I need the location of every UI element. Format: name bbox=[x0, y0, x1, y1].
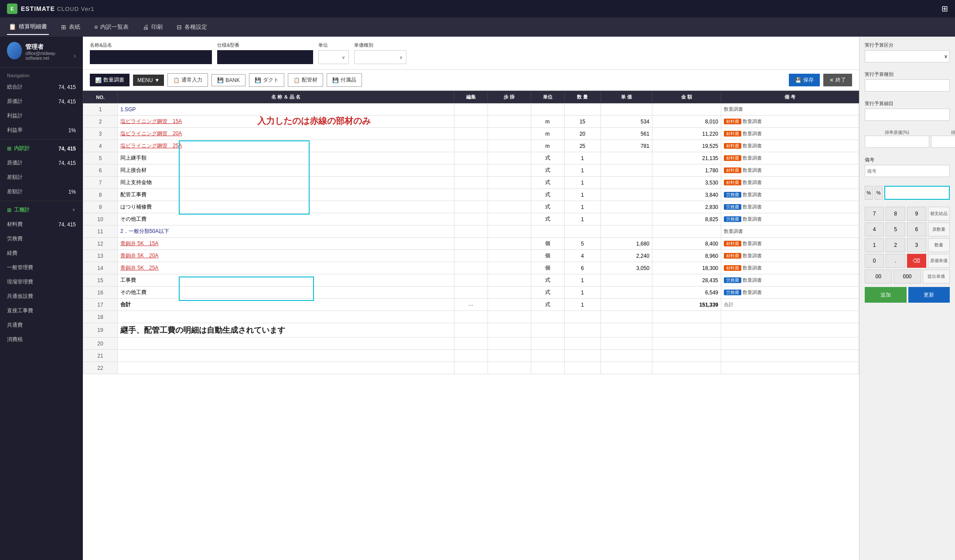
numpad-backspace[interactable]: ⌫ bbox=[907, 254, 926, 268]
sidebar-item-labor[interactable]: 労務費 bbox=[0, 232, 83, 246]
numpad-2[interactable]: 2 bbox=[886, 238, 905, 252]
percent-input[interactable] bbox=[884, 186, 950, 200]
user-chevron[interactable]: › bbox=[74, 52, 76, 60]
cell-edit[interactable] bbox=[454, 177, 488, 189]
numpad-9[interactable]: 9 bbox=[907, 207, 926, 221]
table-row[interactable]: 19 継手、配管工費の明細は自動生成されています bbox=[83, 323, 859, 338]
cell-edit[interactable] bbox=[454, 338, 488, 350]
cell-edit[interactable] bbox=[454, 350, 488, 362]
sidebar-item-direct[interactable]: 直接工事費 bbox=[0, 304, 83, 318]
table-row[interactable]: 3 塩ビライニング鋼管 20A m 20 561 11,220 材料費数量調書 bbox=[83, 128, 859, 140]
numpad-7[interactable]: 7 bbox=[865, 207, 884, 221]
numpad-000[interactable]: 000 bbox=[894, 270, 921, 283]
table-row[interactable]: 10 その他工費 式 1 8,825 労務費数量調書 bbox=[83, 213, 859, 225]
update-btn[interactable]: 更新 bbox=[908, 287, 950, 303]
cell-name[interactable] bbox=[117, 338, 454, 350]
cell-name[interactable]: 同上継手類 bbox=[117, 152, 454, 164]
sidebar-item-breakdown[interactable]: ⊞ 内訳計 74, 415 bbox=[0, 141, 83, 156]
grid-view-icon[interactable]: ⊞ bbox=[941, 4, 948, 14]
menu-btn[interactable]: MENU ▼ bbox=[133, 75, 164, 86]
sidebar-item-common[interactable]: 共通費 bbox=[0, 318, 83, 332]
cell-name[interactable]: 塩ビライニング鋼管 25A bbox=[117, 140, 454, 152]
memo-input[interactable] bbox=[865, 165, 950, 177]
numpad-0[interactable]: 0 bbox=[865, 254, 884, 268]
cell-name[interactable]: 青銅弁 5K 25A bbox=[117, 262, 454, 274]
nav-settings[interactable]: ⊟ 各種設定 bbox=[175, 20, 209, 34]
duct-btn[interactable]: 💾 ダクト bbox=[249, 73, 284, 87]
sidebar-item-expense[interactable]: 経費 bbox=[0, 246, 83, 260]
table-row[interactable]: 12 青銅弁 5K 15A 個 5 1,680 8,400 材料費数量調書 bbox=[83, 238, 859, 250]
percent-btn1[interactable]: % bbox=[865, 186, 873, 200]
nav-detail[interactable]: 📋 積算明細書 bbox=[7, 19, 49, 35]
sidebar-item-general-mgmt[interactable]: 一般管理費 bbox=[0, 260, 83, 275]
table-row[interactable]: 21 bbox=[83, 350, 859, 362]
cell-name[interactable]: 工事費 bbox=[117, 274, 454, 287]
table-row[interactable]: 6 同上接合材 式 1 1,780 材料費数量調書 bbox=[83, 164, 859, 177]
cell-name[interactable]: 継手、配管工費の明細は自動生成されています bbox=[117, 323, 454, 338]
cell-name[interactable] bbox=[117, 350, 454, 362]
sidebar-item-site-mgmt[interactable]: 現場管理費 bbox=[0, 275, 83, 289]
pipe-btn[interactable]: 📋 配管材 bbox=[288, 73, 323, 87]
cell-edit[interactable] bbox=[454, 152, 488, 164]
cell-name[interactable]: 塩ビライニング鋼管 15A bbox=[117, 116, 454, 128]
unit-select[interactable]: ∨ bbox=[318, 50, 349, 64]
sidebar-item-total[interactable]: 総合計 74, 415 bbox=[0, 80, 83, 94]
cell-edit[interactable] bbox=[454, 311, 488, 323]
numpad-1[interactable]: 1 bbox=[865, 238, 884, 252]
cell-name[interactable]: その他工費 bbox=[117, 213, 454, 225]
table-row[interactable]: 14 青銅弁 5K 25A 個 6 3,050 18,300 材料費数量調書 bbox=[83, 262, 859, 274]
bank-btn[interactable]: 💾 BANK bbox=[211, 74, 246, 86]
cell-edit[interactable] bbox=[454, 262, 488, 274]
cell-edit[interactable] bbox=[454, 140, 488, 152]
cell-edit[interactable] bbox=[454, 128, 488, 140]
cell-edit[interactable] bbox=[454, 287, 488, 299]
sidebar-item-diff-rate[interactable]: 差額計 1% bbox=[0, 184, 83, 199]
cell-edit[interactable] bbox=[454, 362, 488, 374]
sidebar-item-material[interactable]: 材料費 74, 415 bbox=[0, 217, 83, 232]
cell-edit[interactable] bbox=[454, 164, 488, 177]
cell-name[interactable]: 1.SGP bbox=[117, 103, 454, 116]
cell-edit[interactable]: ··· bbox=[454, 299, 488, 311]
sidebar-item-cost[interactable]: 原価計 74, 415 bbox=[0, 94, 83, 109]
numpad-dot[interactable]: . bbox=[886, 254, 905, 268]
numpad-00[interactable]: 00 bbox=[865, 270, 892, 283]
table-row[interactable]: 1 1.SGP 数量調書 bbox=[83, 103, 859, 116]
table-row[interactable]: 2 塩ビライニング鋼管 15A m 15 534 8,010 材料費数量調書 bbox=[83, 116, 859, 128]
sidebar-item-common-temp[interactable]: 共通仮設費 bbox=[0, 289, 83, 304]
numpad-city-supply[interactable]: 都支給品 bbox=[928, 207, 950, 221]
numpad-8[interactable]: 8 bbox=[886, 207, 905, 221]
table-row[interactable]: 15 工事費 式 1 28,435 労務費数量調書 bbox=[83, 274, 859, 287]
budget-type-input[interactable] bbox=[865, 79, 950, 92]
rate-submit-input[interactable] bbox=[931, 136, 955, 148]
cell-name[interactable]: 塩ビライニング鋼管 20A bbox=[117, 128, 454, 140]
table-row[interactable]: 11 2．一般分類50A以下 数量調書 bbox=[83, 225, 859, 238]
cell-edit[interactable] bbox=[454, 238, 488, 250]
table-container[interactable]: NO. 名 称 ＆ 品 名 編集 歩 掛 単位 数 量 単 価 金 額 備 考 bbox=[83, 91, 859, 560]
cell-name[interactable]: はつり補修費 bbox=[117, 201, 454, 213]
cell-name[interactable] bbox=[117, 311, 454, 323]
unit-type-select[interactable]: ∨ bbox=[354, 50, 406, 64]
sidebar-item-profit[interactable]: 利益計 bbox=[0, 109, 83, 123]
cell-name[interactable]: 青銅弁 5K 15A bbox=[117, 238, 454, 250]
budget-detail-input[interactable] bbox=[865, 109, 950, 121]
sidebar-item-diff[interactable]: 差額計 bbox=[0, 170, 83, 184]
add-btn[interactable]: 追加 bbox=[865, 287, 907, 303]
table-row[interactable]: 9 はつり補修費 式 1 2,830 労務費数量調書 bbox=[83, 201, 859, 213]
table-row[interactable]: 22 bbox=[83, 362, 859, 374]
numpad-qty[interactable]: 数量 bbox=[928, 238, 950, 252]
cell-edit[interactable] bbox=[454, 250, 488, 262]
cell-edit[interactable] bbox=[454, 213, 488, 225]
cell-edit[interactable] bbox=[454, 201, 488, 213]
numpad-submit-price[interactable]: 提出単価 bbox=[923, 270, 950, 283]
cell-name[interactable]: 2．一般分類50A以下 bbox=[117, 225, 454, 238]
sidebar-item-cost2[interactable]: 原価計 74, 415 bbox=[0, 156, 83, 170]
sidebar-item-category[interactable]: ⊞ 工種計 ▼ bbox=[0, 203, 83, 217]
sidebar-item-profit-rate[interactable]: 利益率 1% bbox=[0, 123, 83, 137]
numpad-4[interactable]: 4 bbox=[865, 222, 884, 236]
nav-cover[interactable]: ⊞ 表紙 bbox=[59, 20, 82, 34]
spec-input[interactable] bbox=[217, 50, 313, 64]
numpad-3[interactable]: 3 bbox=[907, 238, 926, 252]
quantity-btn[interactable]: 📊 数量調書 bbox=[90, 74, 130, 86]
normal-input-btn[interactable]: 📋 通常入力 bbox=[167, 73, 208, 87]
cell-edit[interactable] bbox=[454, 103, 488, 116]
